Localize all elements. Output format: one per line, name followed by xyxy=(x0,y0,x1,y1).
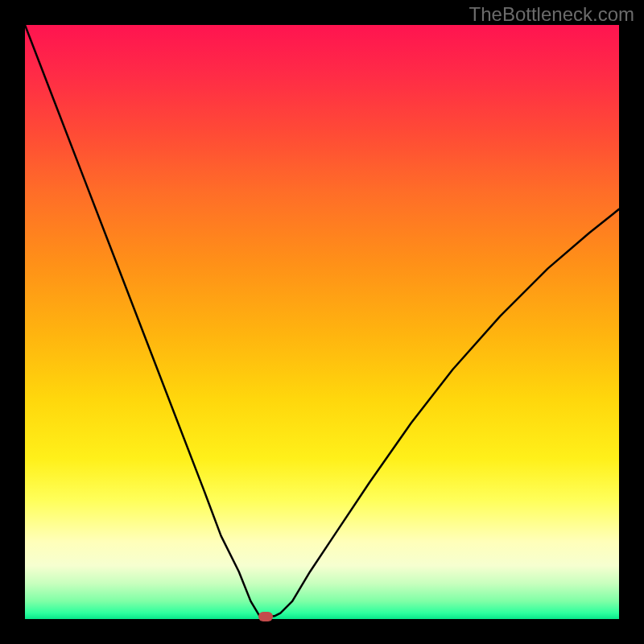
chart-container: TheBottleneck.com xyxy=(0,0,644,644)
bottleneck-curve xyxy=(25,25,619,619)
watermark-text: TheBottleneck.com xyxy=(469,3,634,26)
plot-area xyxy=(25,25,619,619)
optimal-point-marker xyxy=(258,612,273,621)
